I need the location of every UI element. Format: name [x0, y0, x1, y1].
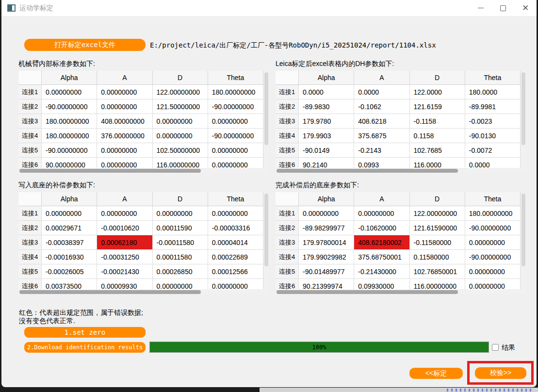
param-cell: -90.01489977: [299, 264, 354, 279]
table-header-row: AlphaADTheta: [276, 192, 521, 206]
leica-params-table: AlphaADTheta连接10.00000.0000122.0000180.0…: [276, 71, 526, 173]
param-cell: -0.00016930: [42, 250, 97, 264]
param-cell: 180.00000000: [208, 85, 263, 99]
corner-cell: [18, 192, 42, 206]
minimize-button[interactable]: [470, 0, 492, 16]
row-header: 连接4: [18, 129, 42, 143]
param-cell: 179.97800014: [299, 235, 354, 250]
param-cell: -89.9981: [465, 99, 521, 114]
corner-cell: [276, 192, 299, 206]
table-row: 连接10.000000000.00000000122.00000000180.0…: [276, 206, 521, 221]
param-cell: -90.00000000: [465, 221, 521, 235]
column-header: D: [153, 192, 208, 206]
row-header: 连接2: [18, 99, 42, 114]
open-excel-button[interactable]: 打开标定excel文件: [24, 39, 146, 51]
column-header: D: [410, 71, 465, 85]
column-header: D: [410, 192, 465, 206]
param-cell: 122.00000000: [153, 85, 208, 99]
column-header: Alpha: [299, 192, 354, 206]
scrollbar-thumb[interactable]: [19, 290, 201, 294]
param-cell: 122.0000: [410, 85, 465, 99]
table-row: 连接2-89.9830-0.1062121.6159-89.9981: [276, 99, 521, 114]
leica-params-title: Leica标定后excel表格内的DH参数如下:: [276, 60, 394, 68]
row-header: 连接1: [18, 206, 42, 221]
param-cell: 0.00000000: [153, 129, 208, 143]
param-cell: 375.68750001: [354, 250, 409, 264]
param-cell: 0.00026850: [153, 264, 208, 279]
scrollbar-thumb[interactable]: [277, 290, 458, 294]
row-header: 连接5: [276, 143, 299, 158]
param-cell: -90.00000000: [42, 143, 97, 158]
table-row: 连接4179.99029982375.687500010.11580000-90…: [276, 250, 521, 264]
param-cell: 0.00012566: [208, 264, 263, 279]
table-row: 连接4179.9903375.68750.1158-90.0130: [276, 129, 521, 143]
scrollbar-thumb[interactable]: [19, 169, 201, 173]
param-cell: 376.00000000: [97, 129, 152, 143]
window-title: 运动学标定: [19, 4, 53, 13]
param-cell: 0.00000000: [153, 114, 208, 129]
table-row: 连接5-90.0149-0.2143102.7685-0.0072: [276, 143, 521, 158]
scrollbar-thumb[interactable]: [264, 194, 268, 266]
horizontal-scrollbar[interactable]: [18, 168, 263, 173]
scrollbar-thumb[interactable]: [522, 72, 525, 145]
scrollbar-thumb[interactable]: [264, 72, 268, 145]
param-cell: 375.6875: [354, 129, 409, 143]
param-cell: 0.00000000: [465, 235, 521, 250]
column-header: A: [97, 192, 152, 206]
scrollbar-thumb[interactable]: [522, 194, 525, 266]
column-header: Theta: [465, 71, 521, 85]
table-row: 连接5-90.01489977-0.21430000102.768500010.…: [276, 264, 521, 279]
set-zero-button[interactable]: 1.set zero: [24, 327, 146, 338]
row-header: 连接1: [276, 85, 299, 99]
scrollbar-thumb[interactable]: [277, 169, 458, 173]
calibrate-back-button[interactable]: <<标定: [409, 368, 463, 379]
param-cell: 0.00000000: [97, 206, 152, 221]
param-cell: 0.00000000: [208, 206, 263, 221]
param-cell: 0.00062180: [97, 235, 152, 250]
horizontal-scrollbar[interactable]: [276, 289, 521, 294]
corner-cell: [276, 71, 299, 85]
row-header: 连接3: [276, 114, 299, 129]
vertical-scrollbar[interactable]: [521, 71, 526, 173]
table-row: 连接10.000000000.00000000122.00000000180.0…: [18, 85, 263, 99]
result-checkbox[interactable]: [492, 344, 499, 351]
param-cell: 408.00000000: [97, 114, 152, 129]
row-header: 连接4: [276, 250, 299, 264]
standard-params-title: 机械臂内部标准参数如下:: [18, 60, 95, 68]
download-results-button[interactable]: 2.Download identification results: [24, 342, 146, 353]
param-cell: -0.0072: [465, 143, 521, 158]
progress-bar: 100%: [149, 342, 489, 353]
vertical-scrollbar[interactable]: [263, 192, 269, 294]
column-header: Alpha: [42, 192, 97, 206]
horizontal-scrollbar[interactable]: [18, 289, 263, 294]
row-header: 连接5: [18, 264, 42, 279]
vertical-scrollbar[interactable]: [521, 192, 526, 294]
table-row: 连接4-0.00016930-0.000312500.000115800.000…: [18, 250, 263, 264]
param-cell: -0.00031250: [97, 250, 152, 264]
final-params-title: 完成补偿后的底座参数如下:: [276, 181, 359, 190]
row-header: 连接3: [276, 235, 299, 250]
column-header: A: [354, 71, 409, 85]
red-legend-note-line1: 红色：代表超出规定范围，属于错误数据;: [19, 309, 143, 317]
table-row: 连接10.000000000.000000000.000000000.00000…: [18, 206, 263, 221]
param-cell: 0.00000000: [153, 206, 208, 221]
close-button[interactable]: ✕: [514, 0, 537, 16]
param-cell: 180.00000000: [465, 206, 521, 221]
vertical-scrollbar[interactable]: [263, 71, 269, 173]
param-cell: 102.7685: [410, 143, 465, 158]
param-cell: -90.00000000: [208, 99, 263, 114]
maximize-icon: [500, 5, 506, 11]
param-cell: -0.0023: [465, 114, 521, 129]
param-cell: 0.00011580: [153, 250, 208, 264]
column-header: Theta: [465, 192, 521, 206]
horizontal-scrollbar[interactable]: [276, 168, 521, 173]
param-cell: 0.00000000: [42, 206, 97, 221]
param-cell: 180.00000000: [42, 129, 97, 143]
param-cell: 0.0000: [354, 85, 409, 99]
table-header-row: AlphaADTheta: [18, 192, 263, 206]
table-row: 连接4180.00000000376.000000000.00000000-90…: [18, 129, 263, 143]
verify-button[interactable]: 校验>>: [475, 367, 526, 379]
maximize-button[interactable]: [492, 0, 514, 16]
param-cell: -0.00011580: [153, 235, 208, 250]
column-header: Alpha: [299, 71, 354, 85]
